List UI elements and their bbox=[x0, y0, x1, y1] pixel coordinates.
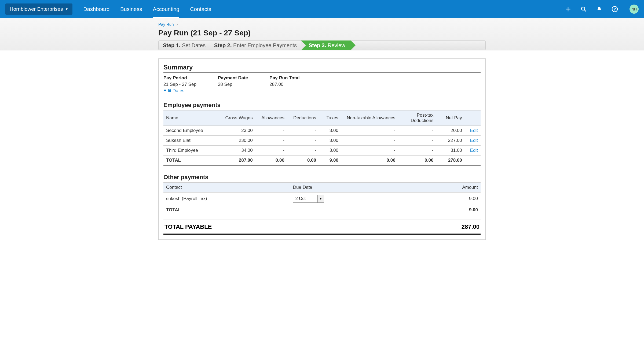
summary-row: Pay Period 21 Sep - 27 Sep Edit Dates Pa… bbox=[163, 75, 481, 94]
emp-name: Sukesh Elati bbox=[163, 136, 221, 146]
total-payable-amount: 287.00 bbox=[462, 223, 480, 230]
total-payable-label: TOTAL PAYABLE bbox=[164, 223, 212, 230]
col-ptd: Post-tax Deductions bbox=[398, 110, 436, 126]
emp-net: 31.00 bbox=[436, 146, 464, 156]
table-row: Third Employee34.00--3.00--31.00Edit bbox=[163, 146, 481, 156]
pay-period-label: Pay Period bbox=[163, 75, 196, 81]
payment-date-value: 28 Sep bbox=[218, 82, 248, 87]
step-3-active[interactable]: Step 3. Review bbox=[301, 40, 351, 50]
emp-net: 227.00 bbox=[436, 136, 464, 146]
edit-link[interactable]: Edit bbox=[470, 148, 478, 153]
summary-pay-run-total: Pay Run Total 287.00 bbox=[269, 75, 299, 94]
table-row: Sukesh Elati230.00--3.00--227.00Edit bbox=[163, 136, 481, 146]
edit-link[interactable]: Edit bbox=[470, 138, 478, 143]
pay-run-total-label: Pay Run Total bbox=[269, 75, 299, 81]
col-deduct: Deductions bbox=[287, 110, 319, 126]
col-nta: Non-taxable Allowances bbox=[341, 110, 398, 126]
date-input-wrap: ▼ bbox=[293, 195, 324, 203]
other-contact: sukesh (Payroll Tax) bbox=[163, 193, 290, 205]
table-header-row: Contact Due Date Amount bbox=[163, 183, 481, 193]
edit-link[interactable]: Edit bbox=[470, 128, 478, 133]
other-total-amount: 9.00 bbox=[417, 205, 481, 215]
nav-business[interactable]: Business bbox=[120, 1, 142, 18]
steps-bar: Step 1. Set Dates Step 2. Enter Employee… bbox=[158, 40, 486, 50]
page-title: Pay Run (21 Sep - 27 Sep) bbox=[158, 28, 486, 40]
summary-pay-period: Pay Period 21 Sep - 27 Sep Edit Dates bbox=[163, 75, 196, 94]
main-nav: Dashboard Business Accounting Contacts bbox=[83, 1, 565, 18]
employee-payments-table: Name Gross Wages Allowances Deductions T… bbox=[163, 110, 481, 166]
org-name: Hornblower Enterprises bbox=[10, 6, 63, 12]
emp-deduct: - bbox=[287, 146, 319, 156]
emp-ptd: - bbox=[398, 126, 436, 136]
help-icon[interactable]: ? bbox=[611, 6, 618, 13]
other-due-date-cell: ▼ bbox=[290, 193, 417, 205]
emp-total-net: 278.00 bbox=[436, 156, 464, 166]
emp-edit-cell: Edit bbox=[465, 146, 481, 156]
org-selector[interactable]: Hornblower Enterprises ▼ bbox=[5, 3, 72, 15]
pay-run-total-value: 287.00 bbox=[269, 82, 299, 87]
employee-payments-title: Employee payments bbox=[163, 102, 481, 109]
nav-accounting[interactable]: Accounting bbox=[153, 1, 179, 18]
emp-allow: - bbox=[255, 136, 287, 146]
summary-title: Summary bbox=[163, 64, 481, 73]
other-total-row: TOTAL 9.00 bbox=[163, 205, 481, 215]
emp-taxes: 3.00 bbox=[319, 136, 341, 146]
emp-edit-cell: Edit bbox=[465, 126, 481, 136]
other-payments-table: Contact Due Date Amount sukesh (Payroll … bbox=[163, 182, 481, 215]
emp-taxes: 3.00 bbox=[319, 146, 341, 156]
table-row: sukesh (Payroll Tax) ▼ 9.00 bbox=[163, 193, 481, 205]
other-total-label: TOTAL bbox=[163, 205, 290, 215]
avatar-initials: NH bbox=[631, 7, 637, 11]
emp-nta: - bbox=[341, 126, 398, 136]
emp-ptd: - bbox=[398, 146, 436, 156]
breadcrumb-sep: › bbox=[177, 22, 178, 27]
emp-total-row: TOTAL287.000.000.009.000.000.00278.00 bbox=[163, 156, 481, 166]
col-due-date: Due Date bbox=[290, 183, 417, 193]
chevron-down-icon: ▼ bbox=[65, 7, 68, 11]
header-actions: ? NH bbox=[565, 5, 639, 14]
col-allow: Allowances bbox=[255, 110, 287, 126]
step-2[interactable]: Step 2. Enter Employee Payments bbox=[210, 42, 301, 49]
avatar[interactable]: NH bbox=[630, 5, 639, 14]
emp-name: Second Employee bbox=[163, 126, 221, 136]
col-gross: Gross Wages bbox=[221, 110, 255, 126]
date-dropdown-button[interactable]: ▼ bbox=[317, 195, 324, 202]
nav-contacts[interactable]: Contacts bbox=[190, 1, 211, 18]
col-amount: Amount bbox=[417, 183, 481, 193]
other-amount: 9.00 bbox=[417, 193, 481, 205]
bell-icon[interactable] bbox=[596, 6, 603, 13]
emp-deduct: - bbox=[287, 126, 319, 136]
emp-name: Third Employee bbox=[163, 146, 221, 156]
nav-dashboard[interactable]: Dashboard bbox=[83, 1, 109, 18]
due-date-input[interactable] bbox=[293, 195, 317, 202]
emp-taxes: 3.00 bbox=[319, 126, 341, 136]
total-payable-row: TOTAL PAYABLE 287.00 bbox=[163, 220, 481, 235]
col-edit bbox=[465, 110, 481, 126]
emp-net: 20.00 bbox=[436, 126, 464, 136]
col-name: Name bbox=[163, 110, 221, 126]
emp-gross: 34.00 bbox=[221, 146, 255, 156]
subheader: Pay Run › Pay Run (21 Sep - 27 Sep) Step… bbox=[0, 18, 644, 50]
emp-nta: - bbox=[341, 136, 398, 146]
step-1[interactable]: Step 1. Set Dates bbox=[159, 42, 210, 49]
col-net: Net Pay bbox=[436, 110, 464, 126]
emp-total-deduct: 0.00 bbox=[287, 156, 319, 166]
plus-icon[interactable] bbox=[565, 6, 572, 13]
emp-allow: - bbox=[255, 126, 287, 136]
emp-total-gross: 287.00 bbox=[221, 156, 255, 166]
emp-total-allow: 0.00 bbox=[255, 156, 287, 166]
other-payments-title: Other payments bbox=[163, 174, 481, 181]
edit-dates-link[interactable]: Edit Dates bbox=[163, 88, 184, 94]
search-icon[interactable] bbox=[580, 6, 587, 13]
breadcrumb-parent[interactable]: Pay Run bbox=[158, 22, 174, 27]
emp-total-nta: 0.00 bbox=[341, 156, 398, 166]
emp-nta: - bbox=[341, 146, 398, 156]
emp-gross: 23.00 bbox=[221, 126, 255, 136]
emp-deduct: - bbox=[287, 136, 319, 146]
summary-payment-date: Payment Date 28 Sep bbox=[218, 75, 248, 94]
col-taxes: Taxes bbox=[319, 110, 341, 126]
svg-text:?: ? bbox=[614, 7, 616, 11]
emp-edit-cell: Edit bbox=[465, 136, 481, 146]
pay-period-value: 21 Sep - 27 Sep bbox=[163, 82, 196, 87]
table-header-row: Name Gross Wages Allowances Deductions T… bbox=[163, 110, 481, 126]
